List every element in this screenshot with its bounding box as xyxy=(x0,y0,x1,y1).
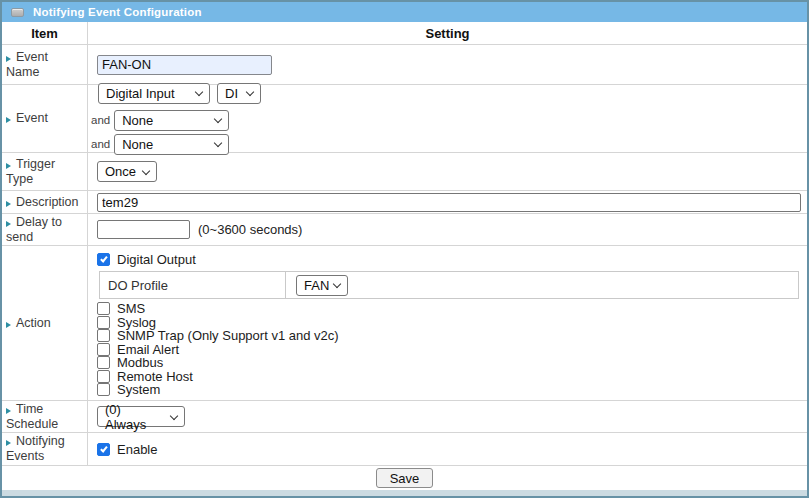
description-label-text: Description xyxy=(16,195,79,209)
settings-table: Item Setting Event Name Event Digital In… xyxy=(2,22,807,490)
chevron-down-icon xyxy=(214,115,222,123)
trigger-type-select[interactable]: Once xyxy=(97,161,157,182)
action-option-row: System xyxy=(97,383,801,397)
description-input[interactable] xyxy=(97,193,801,212)
event-condition2-select[interactable]: None xyxy=(114,110,229,131)
event-primary-line: Digital Input DI xyxy=(98,83,261,104)
chevron-down-icon xyxy=(333,280,341,288)
page-title: Notifying Event Configuration xyxy=(33,6,202,18)
arrow-bullet-icon xyxy=(6,163,11,169)
checkbox-digital-output[interactable] xyxy=(97,253,110,266)
row-description: Description xyxy=(2,191,807,214)
do-profile-label: DO Profile xyxy=(100,272,286,298)
event-label: Event xyxy=(2,85,88,152)
checkbox-syslog[interactable] xyxy=(97,316,110,329)
checkbox-enable[interactable] xyxy=(97,443,110,456)
event-and-line-2: and None xyxy=(91,134,229,155)
delay-range-hint: (0~3600 seconds) xyxy=(198,222,302,237)
and-label: and xyxy=(91,114,110,126)
event-subtype-select[interactable]: DI xyxy=(217,83,261,104)
time-schedule-label-text: Time Schedule xyxy=(6,402,58,431)
save-button-container: Save xyxy=(2,466,807,490)
time-schedule-select[interactable]: (0) Always xyxy=(97,406,185,427)
checkbox-sms[interactable] xyxy=(97,302,110,315)
action-label: Action xyxy=(2,246,88,400)
event-category-value: Digital Input xyxy=(106,86,175,101)
column-header-item: Item xyxy=(2,22,88,44)
delay-to-send-label: Delay to send xyxy=(2,214,88,245)
title-bar: Notifying Event Configuration xyxy=(2,2,807,22)
event-name-label: Event Name xyxy=(2,45,88,84)
column-header-setting: Setting xyxy=(88,22,807,44)
time-schedule-setting: (0) Always xyxy=(88,401,807,432)
row-save: Save xyxy=(2,466,807,490)
action-setting: Digital Output DO Profile FAN SMS xyxy=(88,246,807,400)
arrow-bullet-icon xyxy=(6,201,11,207)
checkmark-icon xyxy=(100,254,107,262)
row-trigger-type: Trigger Type Once xyxy=(2,153,807,191)
action-option-row: Email Alert xyxy=(97,343,801,357)
enable-label: Enable xyxy=(117,442,157,457)
checkbox-system[interactable] xyxy=(97,383,110,396)
trigger-type-value: Once xyxy=(105,164,136,179)
delay-to-send-setting: (0~3600 seconds) xyxy=(88,214,807,245)
digital-output-row: Digital Output xyxy=(97,251,801,267)
row-delay-to-send: Delay to send (0~3600 seconds) xyxy=(2,214,807,246)
event-category-select[interactable]: Digital Input xyxy=(98,83,210,104)
event-condition3-value: None xyxy=(122,137,153,152)
arrow-bullet-icon xyxy=(6,117,11,123)
action-option-row: Remote Host xyxy=(97,370,801,384)
action-option-row: SNMP Trap (Only Support v1 and v2c) xyxy=(97,329,801,343)
delay-input[interactable] xyxy=(97,220,190,239)
checkmark-icon xyxy=(100,444,107,452)
trigger-type-setting: Once xyxy=(88,153,807,190)
checkbox-snmp-trap[interactable] xyxy=(97,329,110,342)
event-name-input[interactable] xyxy=(97,55,272,75)
event-and-line-1: and None xyxy=(91,110,229,131)
event-name-label-text: Event Name xyxy=(6,50,48,79)
digital-output-label: Digital Output xyxy=(117,252,196,267)
event-setting: Digital Input DI and None xyxy=(88,85,807,152)
event-label-text: Event xyxy=(16,111,48,125)
event-name-setting xyxy=(88,45,807,84)
chevron-down-icon xyxy=(170,411,178,419)
option-label: System xyxy=(117,382,160,397)
trigger-type-label-text: Trigger Type xyxy=(6,157,55,186)
arrow-bullet-icon xyxy=(6,56,11,62)
row-event: Event Digital Input DI and None xyxy=(2,85,807,153)
chevron-down-icon xyxy=(195,88,203,96)
arrow-bullet-icon xyxy=(6,440,11,446)
bottom-frame-strip xyxy=(2,490,807,496)
event-condition3-select[interactable]: None xyxy=(114,134,229,155)
row-action: Action Digital Output DO Profile FAN xyxy=(2,246,807,401)
table-header-row: Item Setting xyxy=(2,22,807,45)
checkbox-remote-host[interactable] xyxy=(97,370,110,383)
and-label: and xyxy=(91,138,110,150)
chevron-down-icon xyxy=(246,88,254,96)
window-icon xyxy=(11,8,24,17)
do-profile-subtable: DO Profile FAN xyxy=(99,271,799,299)
save-button[interactable]: Save xyxy=(376,468,434,488)
action-option-row: Syslog xyxy=(97,316,801,330)
action-option-row: SMS xyxy=(97,302,801,316)
event-subtype-value: DI xyxy=(225,86,238,101)
checkbox-modbus[interactable] xyxy=(97,356,110,369)
checkbox-email-alert[interactable] xyxy=(97,343,110,356)
chevron-down-icon xyxy=(214,139,222,147)
time-schedule-label: Time Schedule xyxy=(2,401,88,432)
notifying-events-label: Notifying Events xyxy=(2,433,88,465)
arrow-bullet-icon xyxy=(6,408,11,414)
row-time-schedule: Time Schedule (0) Always xyxy=(2,401,807,433)
row-notifying-events: Notifying Events Enable xyxy=(2,433,807,466)
do-profile-select[interactable]: FAN xyxy=(296,275,348,296)
description-setting xyxy=(88,191,807,213)
action-label-text: Action xyxy=(16,316,51,330)
event-condition2-value: None xyxy=(122,113,153,128)
do-profile-setting: FAN xyxy=(286,272,798,298)
arrow-bullet-icon xyxy=(6,322,11,328)
chevron-down-icon xyxy=(142,166,150,174)
notifying-events-label-text: Notifying Events xyxy=(6,434,65,463)
notifying-events-setting: Enable xyxy=(88,433,807,465)
arrow-bullet-icon xyxy=(6,221,11,227)
delay-to-send-label-text: Delay to send xyxy=(6,215,62,244)
